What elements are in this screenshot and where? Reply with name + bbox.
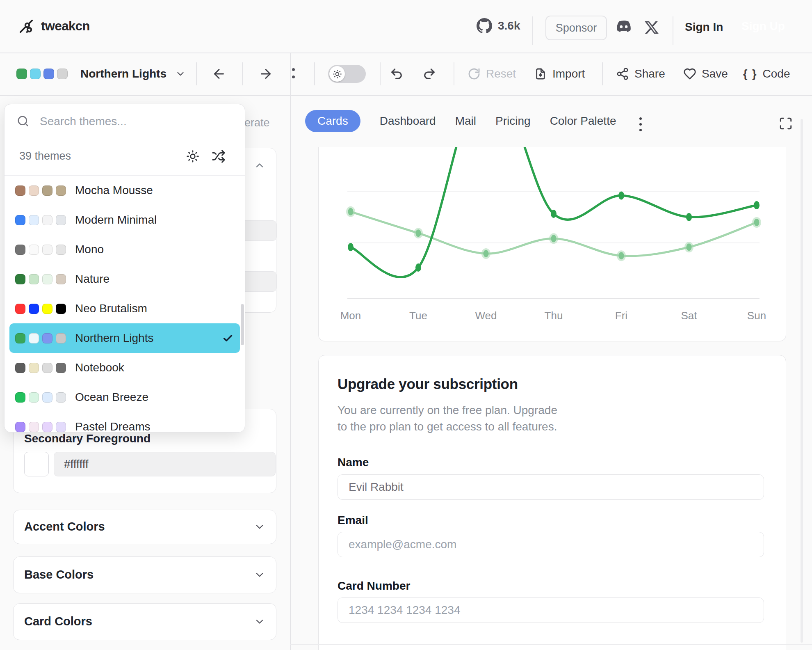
import-button[interactable]: Import — [534, 53, 585, 95]
theme-forward-button[interactable] — [258, 53, 273, 95]
theme-list-item[interactable]: Pastel Dreams — [9, 412, 240, 432]
toggle-knob — [329, 66, 345, 82]
code-button[interactable]: { } Code — [743, 53, 790, 95]
header-divider-2 — [673, 16, 673, 45]
theme-name: Northern Lights — [75, 332, 153, 345]
heart-icon — [683, 67, 696, 80]
theme-list-scrollbar[interactable] — [241, 304, 244, 345]
accent-colors-section[interactable]: Accent Colors — [13, 510, 276, 544]
secondary-foreground-input[interactable]: #ffffff — [54, 452, 276, 476]
check-icon — [222, 333, 233, 344]
theme-swatch — [15, 392, 25, 403]
theme-swatch — [56, 392, 66, 403]
chart-card: MonTueWedThuFriSatSun — [318, 147, 786, 341]
shuffle-icon[interactable] — [212, 149, 226, 163]
preview-scrollbar[interactable] — [801, 119, 803, 643]
theme-list-item[interactable]: Mocha Mousse — [9, 176, 240, 205]
theme-swatch — [57, 69, 68, 79]
theme-swatches — [15, 215, 66, 225]
theme-list-item[interactable]: Mono — [9, 235, 240, 264]
x-axis-label: Wed — [475, 309, 497, 322]
toolbar-divider-6 — [602, 62, 603, 85]
theme-swatch — [42, 363, 52, 373]
theme-swatch — [15, 333, 25, 343]
search-themes-input[interactable] — [39, 109, 229, 134]
share-button[interactable]: Share — [616, 53, 665, 95]
fullscreen-icon[interactable] — [779, 117, 793, 130]
toolbar-divider-3 — [314, 62, 315, 85]
theme-swatches — [15, 333, 66, 343]
secondary-foreground-swatch[interactable] — [24, 452, 49, 476]
arrow-left-icon — [212, 66, 226, 81]
github-link[interactable]: 3.6k — [477, 18, 520, 34]
upgrade-card: Upgrade your subscription You are curren… — [318, 355, 786, 650]
theme-swatch — [15, 245, 25, 255]
brand[interactable]: tweakcn — [18, 18, 90, 34]
light-mode-icon[interactable] — [186, 150, 199, 163]
theme-name: Mono — [75, 243, 104, 256]
theme-swatch — [15, 274, 25, 284]
current-theme-name: Northern Lights — [80, 67, 167, 80]
theme-swatches — [15, 392, 66, 403]
base-colors-label: Base Colors — [24, 568, 94, 581]
theme-selector[interactable]: Northern Lights — [16, 53, 186, 95]
theme-swatch — [29, 363, 39, 373]
theme-list-item[interactable]: Northern Lights — [9, 323, 240, 353]
theme-swatch — [29, 274, 39, 284]
save-button[interactable]: Save — [683, 53, 728, 95]
preview-tabs: CardsDashboardMailPricingColor Palette — [305, 95, 616, 147]
theme-swatch — [15, 185, 25, 196]
card-number-field[interactable] — [338, 597, 764, 623]
sign-in-button[interactable]: Sign In — [685, 21, 723, 34]
chevron-up-icon[interactable] — [254, 160, 265, 171]
theme-popover: 39 themes Mocha MousseModern MinimalMono… — [4, 104, 245, 433]
sign-up-button[interactable]: Sign Up — [730, 14, 796, 39]
current-theme-swatches — [16, 69, 68, 79]
theme-back-button[interactable] — [212, 53, 226, 95]
email-field[interactable] — [338, 532, 764, 557]
tabs-more-menu[interactable] — [636, 116, 645, 140]
tab-color-palette[interactable]: Color Palette — [550, 114, 616, 128]
reset-label: Reset — [486, 67, 516, 80]
sponsor-button[interactable]: Sponsor — [545, 16, 607, 40]
theme-swatch — [56, 363, 66, 373]
theme-swatch — [29, 333, 39, 343]
theme-list-item[interactable]: Ocean Breeze — [9, 382, 240, 412]
redo-button[interactable] — [422, 53, 436, 95]
theme-swatches — [15, 422, 66, 432]
theme-list-item[interactable]: Neo Brutalism — [9, 294, 240, 323]
tab-mail[interactable]: Mail — [455, 114, 476, 128]
preview-bottom-border — [290, 644, 812, 645]
theme-list-item[interactable]: Notebook — [9, 353, 240, 382]
light-dark-toggle[interactable] — [328, 65, 366, 83]
theme-list-item[interactable]: Modern Minimal — [9, 205, 240, 235]
theme-swatch — [15, 215, 25, 225]
theme-search-row — [5, 104, 245, 138]
discord-icon[interactable] — [615, 20, 632, 34]
reset-button[interactable]: Reset — [468, 53, 516, 95]
email-label: Email — [338, 514, 368, 527]
chevron-down-icon — [175, 69, 186, 79]
toolbar-divider-5 — [454, 62, 454, 85]
accent-colors-label: Accent Colors — [24, 520, 105, 533]
undo-button[interactable] — [390, 53, 404, 95]
header: tweakcn 3.6k Sponsor Sign In Sign Up — [0, 0, 812, 53]
base-colors-section[interactable]: Base Colors — [13, 556, 276, 593]
upgrade-description-line2: to the pro plan to get access to all fea… — [338, 420, 557, 433]
tab-cards[interactable]: Cards — [305, 110, 360, 132]
x-axis-label: Thu — [545, 309, 563, 322]
tab-pricing[interactable]: Pricing — [495, 114, 531, 128]
theme-swatch — [56, 215, 66, 225]
theme-list-item[interactable]: Nature — [9, 264, 240, 294]
theme-name: Mocha Mousse — [75, 184, 153, 197]
card-colors-section[interactable]: Card Colors — [13, 603, 276, 640]
tab-dashboard[interactable]: Dashboard — [380, 114, 436, 128]
theme-swatches — [15, 245, 66, 255]
tweakcn-logo-icon — [18, 18, 34, 34]
x-twitter-icon[interactable] — [645, 21, 659, 34]
github-icon — [477, 18, 492, 34]
card-colors-label: Card Colors — [24, 615, 92, 628]
name-field[interactable] — [338, 474, 764, 500]
grip-handle[interactable] — [292, 68, 295, 71]
arrow-right-icon — [258, 66, 273, 81]
